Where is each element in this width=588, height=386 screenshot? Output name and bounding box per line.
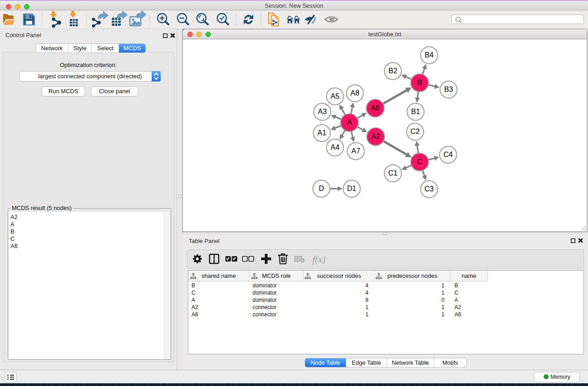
- svg-text:A: A: [347, 119, 352, 126]
- svg-text:A5: A5: [330, 92, 339, 100]
- svg-text:f(x): f(x): [312, 254, 325, 265]
- svg-text:B2: B2: [388, 67, 397, 75]
- svg-text:A4: A4: [330, 143, 339, 151]
- svg-text:C4: C4: [444, 151, 453, 158]
- svg-text:C: C: [417, 158, 422, 166]
- svg-text:A8: A8: [350, 89, 359, 97]
- svg-text:C1: C1: [388, 169, 398, 177]
- svg-text:B: B: [417, 79, 422, 86]
- svg-text:C2: C2: [411, 128, 420, 135]
- svg-text:A3: A3: [318, 108, 327, 115]
- svg-text:A1: A1: [317, 129, 326, 137]
- svg-text:A6: A6: [371, 104, 380, 112]
- svg-text:A2: A2: [371, 133, 380, 140]
- svg-text:D1: D1: [347, 185, 357, 192]
- svg-text:C3: C3: [425, 185, 434, 193]
- svg-text:B1: B1: [411, 108, 420, 115]
- svg-text:B3: B3: [444, 86, 453, 93]
- svg-text:D: D: [319, 185, 324, 192]
- svg-text:A7: A7: [351, 147, 360, 155]
- svg-text:B4: B4: [425, 51, 434, 59]
